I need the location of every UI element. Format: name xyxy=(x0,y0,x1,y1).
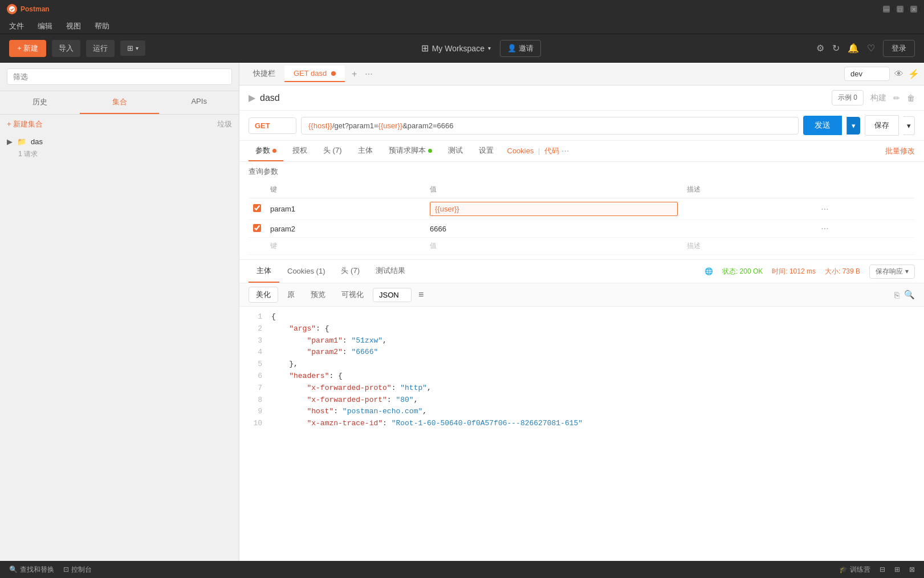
menu-edit[interactable]: 编辑 xyxy=(35,20,55,32)
req-tab-headers[interactable]: 头 (7) xyxy=(316,141,349,161)
line-num-1: 1 xyxy=(249,311,262,323)
param1-value[interactable]: {{user}} xyxy=(425,198,682,220)
method-dropdown[interactable]: GET POST PUT DELETE xyxy=(249,117,296,134)
url-display[interactable]: {{host}}/get?param1={{user}}&param2=6666 xyxy=(301,117,799,135)
invite-button[interactable]: 👤 邀请 xyxy=(500,40,541,57)
save-response-button[interactable]: 保存响应 ▾ xyxy=(869,264,915,279)
train-button[interactable]: 🎓 训练营 xyxy=(839,565,870,575)
tab-apis[interactable]: APIs xyxy=(159,91,239,114)
format-raw-button[interactable]: 原 xyxy=(280,287,302,302)
more-tabs-button[interactable]: ··· xyxy=(363,68,375,80)
search-response-button[interactable]: 🔍 xyxy=(904,290,915,300)
response-section: 主体 Cookies (1) 头 (7) 测试结果 🌐 状态: 200 OK 时… xyxy=(239,259,924,561)
wrap-icon[interactable]: ≡ xyxy=(418,290,424,300)
edit-button[interactable]: ✏ xyxy=(893,93,900,103)
param1-value-highlight[interactable]: {{user}} xyxy=(430,202,678,216)
cookies-link[interactable]: Cookies xyxy=(507,146,534,155)
sync-icon[interactable]: ↻ xyxy=(832,43,840,54)
col-desc: 描述 xyxy=(682,181,816,198)
code-link[interactable]: 代码 xyxy=(544,146,559,155)
resp-tab-body[interactable]: 主体 xyxy=(249,260,279,283)
col-value: 值 xyxy=(425,181,682,198)
json-type-dropdown[interactable]: JSON HTML XML xyxy=(373,288,412,302)
table-row: param1 {{user}} ··· xyxy=(249,198,915,220)
settings-icon[interactable]: ⚙ xyxy=(816,43,824,54)
notifications-icon[interactable]: 🔔 xyxy=(848,43,859,54)
format-visualize-button[interactable]: 可视化 xyxy=(335,287,371,302)
format-preview-button[interactable]: 预览 xyxy=(304,287,332,302)
import-button[interactable]: 导入 xyxy=(52,40,80,57)
sidebar: 历史 集合 APIs + 新建集合 垃圾 ▶ 📁 das 1 请求 xyxy=(0,63,239,561)
code-line-8: 8 "x-forwarded-port": "80", xyxy=(249,394,915,406)
placeholder-key[interactable]: 键 xyxy=(266,238,425,255)
examples-button[interactable]: 示例 0 xyxy=(832,90,864,105)
eye-icon[interactable]: 👁 xyxy=(894,69,903,79)
workspace-button[interactable]: ⊞ My Workspace ▾ xyxy=(421,43,491,54)
resp-tab-cookies[interactable]: Cookies (1) xyxy=(279,261,333,282)
environment-dropdown[interactable]: dev prod staging xyxy=(844,67,890,81)
toolbar-right: ⚙ ↻ 🔔 ♡ 登录 xyxy=(816,40,915,57)
find-replace-button[interactable]: 🔍 查找和替换 xyxy=(9,565,54,575)
request-name-label: dasd xyxy=(260,93,280,103)
close-button[interactable]: ✕ xyxy=(910,6,917,13)
req-tab-body[interactable]: 主体 xyxy=(351,141,380,161)
line-num-4: 4 xyxy=(249,347,262,359)
req-tab-auth[interactable]: 授权 xyxy=(286,141,314,161)
batch-edit-button[interactable]: 批量修改 xyxy=(885,146,915,156)
tab-quick-link[interactable]: 快捷栏 xyxy=(244,65,284,83)
line-content-9: "host": "postman-echo.com", xyxy=(271,406,427,418)
param1-actions: ··· xyxy=(816,198,915,220)
save-dropdown-button[interactable]: ▾ xyxy=(903,116,915,135)
minimize-button[interactable]: — xyxy=(883,6,890,13)
url-host-var: {{host}} xyxy=(308,121,332,130)
more-button[interactable]: ··· xyxy=(561,146,569,156)
tab-history[interactable]: 历史 xyxy=(0,91,80,114)
tab-collections[interactable]: 集合 xyxy=(80,91,160,114)
req-tab-tests[interactable]: 测试 xyxy=(441,141,470,161)
search-input[interactable] xyxy=(7,68,232,85)
response-tabs-bar: 主体 Cookies (1) 头 (7) 测试结果 🌐 状态: 200 OK 时… xyxy=(239,260,924,283)
collection-name: das xyxy=(31,137,43,146)
layout-icon-2[interactable]: ⊞ xyxy=(894,565,900,573)
param1-more-button[interactable]: ··· xyxy=(821,204,828,214)
send-dropdown-button[interactable]: ▾ xyxy=(846,117,860,135)
copy-response-button[interactable]: ⎘ xyxy=(894,290,899,300)
req-tab-pre-request[interactable]: 预请求脚本 xyxy=(382,141,439,161)
menu-file[interactable]: 文件 xyxy=(7,20,26,32)
line-content-1: { xyxy=(271,311,276,323)
tab-get-dasd[interactable]: GET dasd xyxy=(284,66,345,82)
new-collection-button[interactable]: + 新建集合 xyxy=(7,119,43,129)
window-controls[interactable]: — □ ✕ xyxy=(883,6,917,13)
param1-checkbox[interactable] xyxy=(253,204,261,212)
view-dropdown-button[interactable]: ⊞ ▾ xyxy=(120,40,145,56)
resp-tab-headers[interactable]: 头 (7) xyxy=(333,260,368,283)
layout-icon-3[interactable]: ⊠ xyxy=(909,565,915,573)
placeholder-value[interactable]: 值 xyxy=(425,238,682,255)
filter-icon[interactable]: ⚡ xyxy=(908,68,919,79)
console-button[interactable]: ⊡ 控制台 xyxy=(63,565,92,575)
run-button[interactable]: 运行 xyxy=(86,40,115,57)
layout-icon-1[interactable]: ⊟ xyxy=(880,565,885,573)
add-tab-button[interactable]: + xyxy=(349,68,359,80)
placeholder-desc[interactable]: 描述 xyxy=(682,238,816,255)
login-button[interactable]: 登录 xyxy=(883,40,915,57)
heart-icon[interactable]: ♡ xyxy=(867,43,875,54)
req-tab-params[interactable]: 参数 xyxy=(249,141,283,161)
trash-button[interactable]: 垃圾 xyxy=(217,119,232,129)
delete-button[interactable]: 🗑 xyxy=(907,93,915,103)
param2-checkbox[interactable] xyxy=(253,224,261,232)
maximize-button[interactable]: □ xyxy=(897,6,903,13)
send-button[interactable]: 发送 xyxy=(803,116,842,135)
build-button[interactable]: 构建 xyxy=(870,93,886,103)
param1-desc xyxy=(682,198,816,220)
resp-tab-test-results[interactable]: 测试结果 xyxy=(368,260,413,283)
line-content-8: "x-forwarded-port": "80", xyxy=(271,394,418,406)
param2-more-button[interactable]: ··· xyxy=(821,223,828,234)
collection-item-das[interactable]: ▶ 📁 das xyxy=(0,134,239,149)
menu-help[interactable]: 帮助 xyxy=(92,20,112,32)
new-button[interactable]: + 新建 xyxy=(9,40,46,57)
req-tab-settings[interactable]: 设置 xyxy=(472,141,500,161)
format-beautify-button[interactable]: 美化 xyxy=(249,287,278,303)
save-button[interactable]: 保存 xyxy=(865,115,899,136)
menu-view[interactable]: 视图 xyxy=(64,20,83,32)
